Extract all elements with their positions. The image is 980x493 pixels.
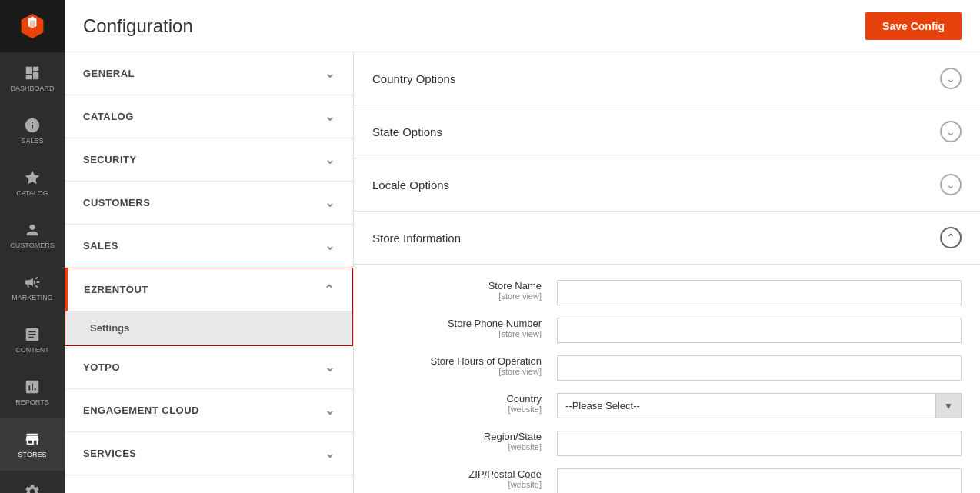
country-sublabel: [website]: [372, 405, 542, 414]
accordion-engagement-cloud: ENGAGEMENT CLOUD ⌄: [65, 389, 353, 432]
chevron-down-icon: ⌄: [325, 109, 335, 124]
store-information-section: Store Information ⌃ Store Name [store vi…: [354, 212, 980, 493]
store-name-label-group: Store Name [store view]: [372, 280, 557, 301]
sidebar-item-marketing[interactable]: MARKETING: [0, 261, 65, 314]
store-hours-input[interactable]: [557, 355, 962, 381]
store-hours-label-group: Store Hours of Operation [store view]: [372, 355, 557, 376]
country-row: Country [website] --Please Select-- ▼: [372, 393, 962, 418]
sidebar-item-stores[interactable]: STORES: [0, 418, 65, 471]
accordion-header-services[interactable]: SERVICES ⌄: [65, 432, 353, 475]
store-information-header[interactable]: Store Information ⌃: [354, 212, 980, 265]
save-config-button[interactable]: Save Config: [865, 12, 962, 40]
sidebar-item-catalog[interactable]: CATALOG: [0, 157, 65, 209]
top-header: Configuration Save Config: [65, 0, 980, 52]
sidebar-item-content[interactable]: CONTENT: [0, 314, 65, 366]
store-information-toggle[interactable]: ⌃: [940, 227, 962, 248]
accordion-header-customers[interactable]: CUSTOMERS ⌄: [65, 182, 353, 224]
state-options-row[interactable]: State Options ⌄: [354, 105, 980, 158]
sidebar-item-dashboard[interactable]: DASHBOARD: [0, 52, 65, 105]
accordion-customers: CUSTOMERS ⌄: [65, 182, 353, 225]
chevron-down-icon: ⌄: [325, 152, 335, 167]
sidebar-logo: [0, 0, 65, 52]
main-wrapper: Configuration Save Config GENERAL ⌄ CATA…: [65, 0, 980, 493]
state-options-title: State Options: [372, 125, 442, 138]
accordion-label-ezrentout: EZRENTOUT: [84, 284, 148, 295]
state-options-toggle[interactable]: ⌄: [940, 121, 962, 142]
accordion-header-catalog[interactable]: CATALOG ⌄: [65, 95, 353, 138]
locale-options-row[interactable]: Locale Options ⌄: [354, 158, 980, 212]
sidebar-content-label: CONTENT: [15, 346, 49, 355]
store-phone-sublabel: [store view]: [372, 329, 542, 338]
country-select[interactable]: --Please Select--: [557, 393, 935, 418]
chevron-down-icon: ⌄: [325, 360, 335, 375]
accordion-header-yotpo[interactable]: YOTPO ⌄: [65, 346, 353, 388]
store-hours-row: Store Hours of Operation [store view]: [372, 355, 962, 381]
store-hours-label: Store Hours of Operation: [372, 355, 542, 367]
chevron-down-icon: ⌄: [325, 195, 335, 210]
store-phone-label-group: Store Phone Number [store view]: [372, 318, 557, 338]
left-panel: GENERAL ⌄ CATALOG ⌄ SECURITY ⌄: [65, 52, 354, 493]
sidebar-item-reports[interactable]: REPORTS: [0, 366, 65, 418]
zip-postal-input[interactable]: [557, 468, 962, 493]
accordion-catalog: CATALOG ⌄: [65, 95, 353, 138]
sidebar-item-customers[interactable]: CUSTOMERS: [0, 209, 65, 261]
country-options-row[interactable]: Country Options ⌄: [354, 52, 980, 105]
sidebar-marketing-label: MARKETING: [12, 294, 53, 302]
chevron-down-icon: ⌄: [325, 66, 335, 81]
right-panel: Country Options ⌄ State Options ⌄ Locale…: [354, 52, 980, 493]
accordion-label-yotpo: YOTPO: [83, 361, 120, 373]
region-state-label: Region/State: [372, 431, 542, 442]
region-state-row: Region/State [website]: [372, 431, 962, 456]
sidebar-stores-label: STORES: [18, 451, 47, 459]
zip-postal-label-group: ZIP/Postal Code [website]: [372, 468, 557, 489]
sidebar-item-system[interactable]: SYSTEM: [0, 471, 65, 493]
region-state-sublabel: [website]: [372, 442, 542, 451]
store-name-input[interactable]: [557, 280, 962, 305]
accordion-label-customers: CUSTOMERS: [83, 197, 150, 208]
accordion-ezrentout: EZRENTOUT ⌃ Settings: [65, 268, 353, 346]
accordion-label-security: SECURITY: [83, 154, 137, 165]
chevron-down-icon: ⌄: [325, 238, 335, 253]
accordion-header-security[interactable]: SECURITY ⌄: [65, 138, 353, 181]
accordion-sales: SALES ⌄: [65, 225, 353, 268]
region-state-input[interactable]: [557, 431, 962, 456]
accordion-label-engagement-cloud: ENGAGEMENT CLOUD: [83, 405, 199, 416]
sidebar-customers-label: CUSTOMERS: [10, 242, 54, 250]
locale-options-title: Locale Options: [372, 178, 449, 192]
store-name-sublabel: [store view]: [372, 291, 542, 301]
sidebar-item-sales[interactable]: SALES: [0, 105, 65, 157]
chevron-up-icon: ⌃: [324, 282, 335, 297]
store-hours-sublabel: [store view]: [372, 367, 542, 376]
accordion-general: GENERAL ⌄: [65, 52, 353, 95]
country-label-group: Country [website]: [372, 393, 557, 414]
country-options-title: Country Options: [372, 72, 455, 85]
accordion-label-sales: SALES: [83, 240, 118, 251]
country-select-wrapper: --Please Select-- ▼: [557, 393, 962, 418]
accordion-header-ezrentout[interactable]: EZRENTOUT ⌃: [65, 268, 352, 311]
region-state-label-group: Region/State [website]: [372, 431, 557, 451]
store-information-title: Store Information: [372, 232, 461, 245]
accordion-security: SECURITY ⌄: [65, 138, 353, 182]
accordion-header-general[interactable]: GENERAL ⌄: [65, 52, 353, 95]
content-area: GENERAL ⌄ CATALOG ⌄ SECURITY ⌄: [65, 52, 980, 493]
store-phone-input[interactable]: [557, 318, 962, 343]
zip-postal-label: ZIP/Postal Code: [372, 468, 542, 480]
ezrentout-submenu: Settings: [65, 311, 352, 345]
country-options-toggle[interactable]: ⌄: [940, 68, 962, 89]
locale-options-toggle[interactable]: ⌄: [940, 174, 962, 195]
store-name-label: Store Name: [372, 280, 542, 291]
accordion-label-general: GENERAL: [83, 68, 135, 79]
accordion-label-services: SERVICES: [83, 448, 137, 459]
accordion-services: SERVICES ⌄: [65, 432, 353, 475]
zip-postal-row: ZIP/Postal Code [website]: [372, 468, 962, 493]
page-title: Configuration: [83, 15, 193, 37]
zip-postal-sublabel: [website]: [372, 480, 542, 489]
accordion-header-engagement-cloud[interactable]: ENGAGEMENT CLOUD ⌄: [65, 389, 353, 431]
country-select-arrow[interactable]: ▼: [935, 393, 962, 418]
sidebar-reports-label: REPORTS: [15, 398, 48, 407]
accordion-header-sales[interactable]: SALES ⌄: [65, 225, 353, 267]
store-phone-row: Store Phone Number [store view]: [372, 318, 962, 343]
country-label: Country: [372, 393, 542, 405]
settings-submenu-item[interactable]: Settings: [65, 311, 352, 345]
accordion-yotpo: YOTPO ⌄: [65, 346, 353, 389]
